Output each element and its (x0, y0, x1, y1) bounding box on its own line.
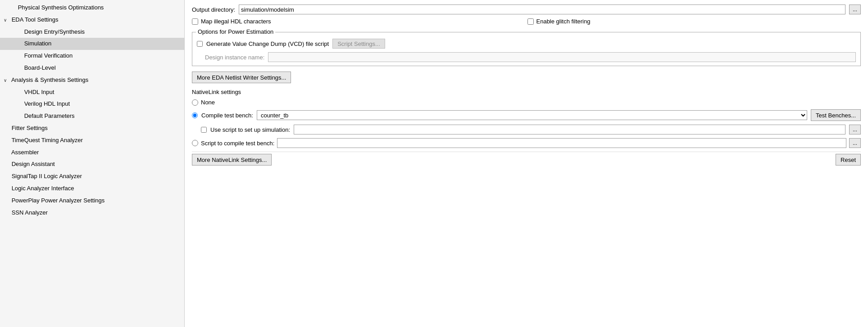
sidebar-item-eda-tool-settings[interactable]: ∨ EDA Tool Settings (0, 14, 184, 26)
script-compile-input[interactable] (277, 138, 846, 148)
sidebar-item-label: EDA Tool Settings (12, 16, 59, 23)
expand-icon: ∨ (4, 77, 9, 84)
script-compile-browse-button[interactable]: ... (849, 138, 861, 148)
none-radio[interactable] (192, 99, 198, 106)
main-content: Output directory: ... Map illegal HDL ch… (185, 0, 868, 327)
sidebar-item-vhdl-input[interactable]: VHDL Input (0, 86, 184, 99)
power-estimation-inner: Generate Value Change Dump (VCD) file sc… (197, 39, 856, 62)
sidebar-item-label: Default Parameters (24, 112, 75, 119)
compile-test-bench-label: Compile test bench: (201, 112, 253, 119)
power-estimation-group: Options for Power Estimation Generate Va… (192, 32, 861, 66)
sidebar-item-label: Verilog HDL Input (24, 100, 70, 107)
none-radio-row: None (192, 99, 861, 106)
sidebar-item-label: Board-Level (24, 64, 56, 71)
sidebar-item-ssn-analyzer[interactable]: SSN Analyzer (0, 207, 184, 219)
sidebar-item-formal-verification[interactable]: Formal Verification (0, 50, 184, 62)
sidebar-item-label: PowerPlay Power Analyzer Settings (12, 197, 105, 204)
sidebar-item-label: SignalTap II Logic Analyzer (12, 173, 82, 179)
sidebar-item-label: Design Assistant (12, 161, 55, 167)
script-settings-button: Script Settings... (332, 39, 385, 49)
design-instance-row: Design instance name: (197, 52, 856, 62)
power-estimation-title: Options for Power Estimation (196, 28, 275, 35)
bottom-row: More NativeLink Settings... Reset (192, 152, 861, 166)
sidebar-item-label: SSN Analyzer (12, 209, 48, 216)
output-directory-label: Output directory: (192, 6, 235, 13)
sidebar-item-fitter-settings[interactable]: Fitter Settings (0, 122, 184, 134)
none-label: None (201, 99, 215, 106)
script-compile-label: Script to compile test bench: (201, 140, 274, 147)
sidebar-item-logic-analyzer-interface[interactable]: Logic Analyzer Interface (0, 183, 184, 195)
output-directory-row: Output directory: ... (192, 4, 861, 14)
output-directory-input[interactable] (239, 4, 845, 14)
sidebar-item-label: VHDL Input (24, 89, 55, 95)
sidebar-item-design-entry-synthesis[interactable]: Design Entry/Synthesis (0, 26, 184, 38)
sidebar-item-physical-synthesis-optimizations[interactable]: Physical Synthesis Optimizations (0, 2, 184, 14)
sidebar-item-board-level[interactable]: Board-Level (0, 62, 184, 74)
sidebar-item-design-assistant[interactable]: Design Assistant (0, 158, 184, 170)
sidebar-item-label: Simulation (24, 40, 52, 47)
sidebar-item-signaltap-ii-logic-analyzer[interactable]: SignalTap II Logic Analyzer (0, 170, 184, 183)
more-eda-netlist-row: More EDA Netlist Writer Settings... (192, 72, 861, 83)
use-script-browse-button[interactable]: ... (849, 125, 861, 134)
sidebar-item-verilog-hdl-input[interactable]: Verilog HDL Input (0, 98, 184, 110)
sidebar: Physical Synthesis Optimizations ∨ EDA T… (0, 0, 185, 327)
sidebar-item-label: Fitter Settings (12, 125, 48, 131)
script-compile-radio[interactable] (192, 140, 198, 146)
compile-test-bench-select[interactable]: counter_tb (257, 110, 807, 120)
nativelink-section: NativeLink settings None Compile test be… (192, 89, 861, 148)
compile-test-bench-row: Compile test bench: counter_tb Test Benc… (192, 109, 861, 121)
checkboxes-row: Map illegal HDL characters Enable glitch… (192, 18, 861, 28)
use-script-row: Use script to set up simulation: ... (192, 125, 861, 134)
expand-icon: ∨ (4, 17, 9, 24)
design-instance-label: Design instance name: (205, 54, 264, 61)
map-illegal-hdl-label: Map illegal HDL characters (201, 18, 271, 25)
vcd-row: Generate Value Change Dump (VCD) file sc… (197, 39, 856, 49)
output-directory-browse-button[interactable]: ... (849, 4, 861, 14)
map-illegal-hdl-row: Map illegal HDL characters (192, 18, 526, 25)
sidebar-item-label: TimeQuest Timing Analyzer (11, 137, 82, 143)
test-benches-button[interactable]: Test Benches... (811, 109, 861, 121)
sidebar-item-analysis-synthesis-settings[interactable]: ∨ Analysis & Synthesis Settings (0, 74, 184, 86)
sidebar-item-assembler[interactable]: Assembler (0, 147, 184, 159)
sidebar-item-label: Analysis & Synthesis Settings (11, 76, 88, 83)
use-script-checkbox[interactable] (201, 127, 207, 133)
sidebar-item-timequest-timing-analyzer[interactable]: TimeQuest Timing Analyzer (0, 134, 184, 147)
sidebar-item-label: Assembler (11, 149, 39, 156)
generate-vcd-label: Generate Value Change Dump (VCD) file sc… (206, 40, 329, 47)
generate-vcd-checkbox[interactable] (197, 41, 203, 47)
nativelink-title: NativeLink settings (192, 89, 861, 95)
enable-glitch-filtering-row: Enable glitch filtering (527, 18, 861, 25)
more-nativelink-button[interactable]: More NativeLink Settings... (192, 154, 272, 166)
sidebar-item-label: Physical Synthesis Optimizations (18, 4, 104, 11)
sidebar-item-label: Formal Verification (24, 52, 73, 59)
sidebar-item-powerplay-power-analyzer-settings[interactable]: PowerPlay Power Analyzer Settings (0, 195, 184, 207)
map-illegal-hdl-checkbox[interactable] (192, 18, 198, 25)
enable-glitch-filtering-checkbox[interactable] (527, 18, 534, 25)
reset-button[interactable]: Reset (836, 154, 861, 166)
use-script-label: Use script to set up simulation: (210, 126, 290, 133)
sidebar-item-simulation[interactable]: Simulation (0, 38, 184, 50)
sidebar-item-default-parameters[interactable]: Default Parameters (0, 110, 184, 122)
script-compile-row: Script to compile test bench: ... (192, 138, 861, 148)
design-instance-input[interactable] (268, 52, 856, 62)
compile-test-bench-radio[interactable] (192, 112, 198, 118)
sidebar-item-label: Design Entry/Synthesis (24, 28, 85, 35)
enable-glitch-filtering-label: Enable glitch filtering (536, 18, 591, 25)
sidebar-item-label: Logic Analyzer Interface (12, 185, 74, 192)
use-script-input[interactable] (294, 125, 845, 134)
more-eda-netlist-button[interactable]: More EDA Netlist Writer Settings... (192, 72, 291, 83)
